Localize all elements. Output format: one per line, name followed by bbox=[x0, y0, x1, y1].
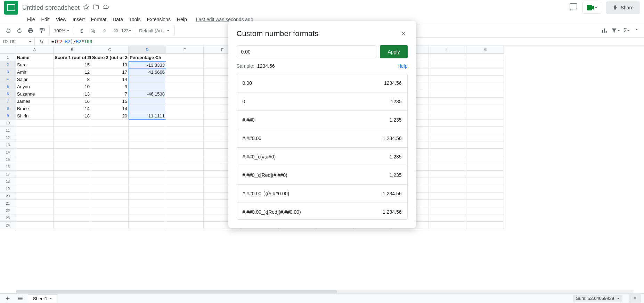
apply-button[interactable]: Apply bbox=[380, 45, 407, 58]
dialog-title: Custom number formats bbox=[237, 29, 408, 38]
format-list[interactable]: 0.001234.5601235#,##01,235#,##0.001,234.… bbox=[237, 74, 408, 220]
format-option[interactable]: #,##0.00_);[Red](#,##0.00)1,234.56 bbox=[237, 203, 407, 220]
modal-overlay: Custom number formats Apply Sample:1234.… bbox=[0, 0, 644, 303]
format-option[interactable]: #,##0.00_);(#,##0.00)1,234.56 bbox=[237, 185, 407, 203]
help-link[interactable]: Help bbox=[398, 63, 408, 69]
format-option[interactable]: #,##0_);[Red](#,##0)1,235 bbox=[237, 166, 407, 185]
close-button[interactable] bbox=[399, 29, 408, 38]
format-option[interactable]: #,##0_);(#,##0)1,235 bbox=[237, 148, 407, 166]
format-option[interactable]: #,##0.001,234.56 bbox=[237, 129, 407, 148]
format-option[interactable]: 0.001234.56 bbox=[237, 74, 407, 92]
custom-number-formats-dialog: Custom number formats Apply Sample:1234.… bbox=[228, 21, 416, 228]
sample-label: Sample: bbox=[237, 63, 254, 69]
format-input[interactable] bbox=[237, 45, 377, 58]
format-option[interactable]: 01235 bbox=[237, 92, 407, 111]
sample-value: 1234.56 bbox=[257, 63, 275, 69]
format-option[interactable]: #,##01,235 bbox=[237, 111, 407, 129]
